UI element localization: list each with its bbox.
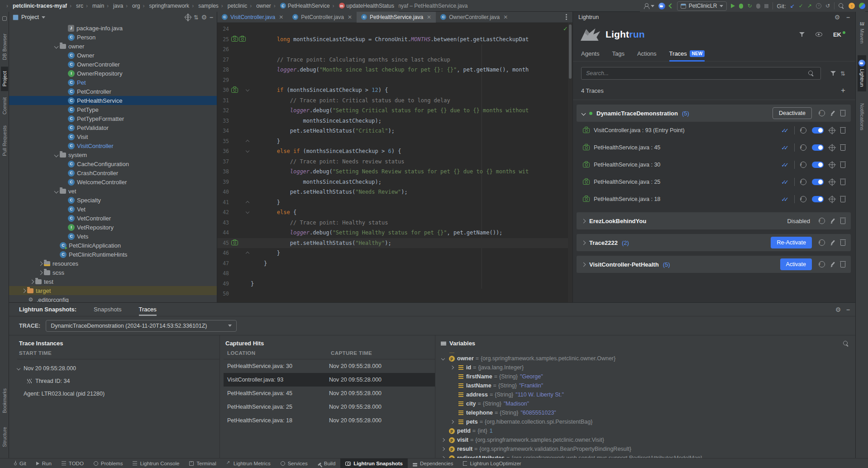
project-tree-row[interactable]: I VetRepository xyxy=(9,223,217,232)
attach-debug-icon[interactable] xyxy=(756,4,760,9)
info-icon[interactable]: i xyxy=(819,261,825,267)
captured-hit-row[interactable]: PetHealthService.java: 45 Nov 20 09:55:2… xyxy=(224,387,435,400)
info-icon[interactable]: i xyxy=(800,162,806,168)
close-tab-icon[interactable]: ✕ xyxy=(348,14,352,20)
trace-point-row[interactable]: PetHealthService.java : 30 ✓✓ i xyxy=(577,156,851,173)
project-stripe-icon[interactable] xyxy=(2,16,7,21)
filter-icon[interactable] xyxy=(799,32,805,37)
close-tab-icon[interactable]: ✕ xyxy=(427,14,431,20)
tool-strip-item[interactable]: Structure xyxy=(1,422,8,452)
tree-expander-icon[interactable] xyxy=(20,289,27,292)
tool-strip-item[interactable]: m Maven xyxy=(858,17,867,48)
filter-traces-icon[interactable] xyxy=(830,71,836,76)
info-icon[interactable]: i xyxy=(800,144,806,151)
status-bar-item[interactable]: Build xyxy=(313,458,341,468)
captured-hit-row[interactable]: VisitController.java: 93 Nov 20 09:55:28… xyxy=(224,373,435,387)
variable-expander-icon[interactable] xyxy=(439,357,447,360)
editor-options-icon[interactable] xyxy=(566,16,567,18)
lightrun-ball-icon[interactable] xyxy=(658,3,665,10)
history-icon[interactable] xyxy=(816,3,821,9)
goto-source-icon[interactable] xyxy=(829,196,835,202)
group-action-button[interactable]: Re-Activate xyxy=(771,237,812,248)
project-tree-row[interactable]: C PetType xyxy=(9,105,217,114)
update-available-icon[interactable]: ↑ xyxy=(849,3,855,9)
variable-row[interactable]: p result = {org.springframework.validati… xyxy=(435,444,855,454)
project-tree-row[interactable]: C Owner xyxy=(9,51,217,60)
goto-source-icon[interactable] xyxy=(829,145,835,151)
project-tree-row[interactable]: C WelcomeController xyxy=(9,177,217,186)
tool-strip-item[interactable]: DB Browser xyxy=(1,29,8,65)
status-bar-item[interactable]: Dependencies xyxy=(408,458,458,468)
locate-file-button[interactable] xyxy=(185,14,191,20)
status-bar-item[interactable]: Services xyxy=(276,458,313,468)
group-expander-icon[interactable] xyxy=(582,111,586,115)
variable-row[interactable]: telephone = {String} "6085551023" xyxy=(435,408,855,417)
breadcrumb-item[interactable]: C PetHealthService xyxy=(271,3,330,9)
edit-icon[interactable] xyxy=(830,110,835,116)
project-tree-row[interactable]: owner xyxy=(9,42,217,51)
breadcrumb-item[interactable]: owner xyxy=(247,3,271,9)
tree-expander-icon[interactable] xyxy=(52,190,60,193)
hide-panel-button[interactable]: – xyxy=(210,14,213,21)
project-tree-row[interactable]: C PetValidator xyxy=(9,123,217,132)
delete-icon[interactable] xyxy=(840,261,845,267)
fold-marker-icon[interactable] xyxy=(244,150,251,152)
variable-expander-icon[interactable] xyxy=(439,457,447,458)
delete-icon[interactable] xyxy=(840,239,845,246)
tool-strip-item[interactable]: Lightrun xyxy=(858,55,866,91)
info-icon[interactable]: i xyxy=(819,218,825,224)
editor-tab[interactable]: C OwnerController.java ✕ xyxy=(436,12,512,23)
trace-point-row[interactable]: PetHealthService.java : 18 ✓✓ i xyxy=(577,191,851,208)
tool-strip-item[interactable]: Notifications xyxy=(858,99,866,135)
variable-row[interactable]: lastName = {String} "Franklin" xyxy=(435,381,855,390)
variable-expander-icon[interactable] xyxy=(448,366,456,369)
status-bar-item[interactable]: Terminal xyxy=(184,458,221,468)
enable-toggle[interactable] xyxy=(812,162,824,168)
lightrun-tab[interactable]: Agents xyxy=(581,50,599,61)
project-tree-row[interactable]: scss xyxy=(9,268,217,277)
close-tab-icon[interactable]: ✕ xyxy=(279,14,283,20)
project-tree-row[interactable]: J package-info.java xyxy=(9,24,217,33)
fold-marker-icon[interactable] xyxy=(244,201,251,204)
enable-toggle[interactable] xyxy=(812,179,824,185)
group-action-button[interactable]: Activate xyxy=(780,258,812,270)
trace-instance-row[interactable]: Nov 20 09:55:28.000 xyxy=(17,362,219,375)
tree-expander-icon[interactable] xyxy=(37,262,44,265)
thread-row[interactable]: Thread ID: 34 xyxy=(17,375,219,387)
project-tree-row[interactable]: C OwnerController xyxy=(9,60,217,69)
trace-point-icon[interactable] xyxy=(231,240,238,245)
lightrun-tab[interactable]: Traces NEW xyxy=(669,50,705,61)
info-icon[interactable]: i xyxy=(819,110,825,116)
edit-icon[interactable] xyxy=(830,240,835,246)
info-icon[interactable]: i xyxy=(819,239,825,246)
trace-select[interactable]: DynamicTraceDemonstration (2024-11-20T14… xyxy=(46,320,237,332)
search-input[interactable] xyxy=(581,67,821,80)
enable-toggle[interactable] xyxy=(812,127,824,134)
delete-icon[interactable] xyxy=(840,110,845,116)
run-button[interactable] xyxy=(731,4,735,8)
project-tree-row[interactable]: C PetClinicRuntimeHints xyxy=(9,250,217,259)
tree-expander-icon[interactable] xyxy=(52,45,60,48)
group-action-button[interactable]: Deactivate xyxy=(773,107,812,119)
goto-source-icon[interactable] xyxy=(829,128,835,134)
breadcrumb-item[interactable]: main xyxy=(83,3,104,9)
breadcrumb-item[interactable]: org xyxy=(123,3,140,9)
delete-icon[interactable] xyxy=(840,196,845,202)
status-bar-item[interactable]: Problems xyxy=(89,458,128,468)
code-with-me-icon[interactable] xyxy=(859,3,865,9)
project-tree-row[interactable]: C Visit xyxy=(9,132,217,141)
delete-icon[interactable] xyxy=(840,162,845,168)
editor-tab[interactable]: C VisitController.java ✕ xyxy=(217,12,288,23)
status-bar-item[interactable]: TODO xyxy=(57,458,89,468)
goto-source-icon[interactable] xyxy=(829,179,835,185)
project-tree-row[interactable]: C Vet xyxy=(9,205,217,214)
tree-expander-icon[interactable] xyxy=(52,153,60,157)
variable-row[interactable]: id = {java.lang.Integer} xyxy=(435,363,855,372)
project-tree-row[interactable]: C PetController xyxy=(9,87,217,96)
project-tree-row[interactable]: C Vets xyxy=(9,232,217,241)
status-bar-item[interactable]: Run xyxy=(31,458,57,468)
project-tree-row[interactable]: C CrashController xyxy=(9,168,217,177)
project-tree-row[interactable]: C PetClinicApplication xyxy=(9,241,217,250)
trace-point-row[interactable]: VisitController.java : 93 (Entry Point) … xyxy=(577,122,851,139)
variable-expander-icon[interactable] xyxy=(439,448,447,450)
